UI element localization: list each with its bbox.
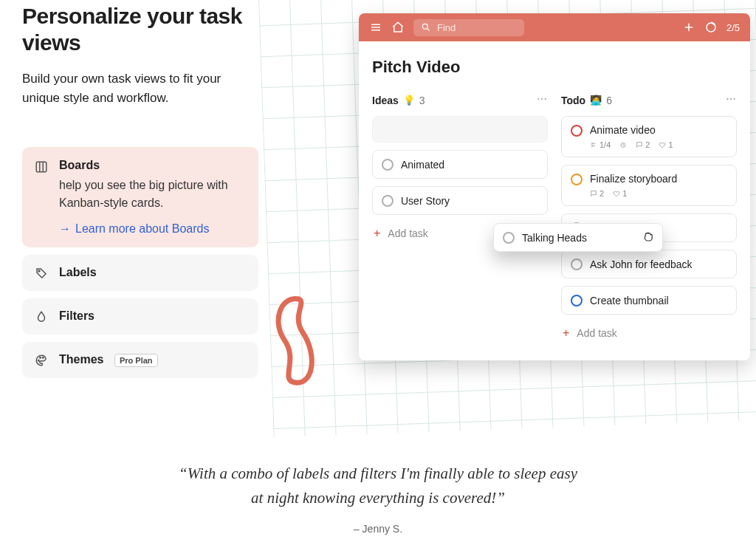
boards-icon (34, 160, 49, 174)
task-checkbox[interactable] (382, 159, 394, 171)
svg-point-18 (726, 98, 728, 100)
likes-badge: 1 (613, 189, 627, 198)
arrow-right-icon: → (59, 222, 71, 236)
learn-more-boards-label: Learn more about Boards (75, 222, 209, 236)
comments-badge: 2 (590, 189, 604, 198)
card-finalize-storyboard[interactable]: Finalize storyboard 2 1 (561, 165, 737, 206)
project-title: Pitch Video (372, 58, 737, 77)
feature-boards[interactable]: Boards help you see the big picture with… (22, 147, 258, 247)
testimonial-author: – Jenny S. (0, 523, 756, 535)
app-window: Find 2/5 Pitch Video Ideas 💡 3 (359, 13, 750, 360)
droplet-icon (34, 309, 49, 324)
pro-plan-badge: Pro Plan (114, 354, 158, 367)
svg-point-20 (734, 98, 735, 100)
plus-icon: + (563, 326, 569, 340)
feature-filters-name: Filters (59, 309, 94, 322)
search-placeholder: Find (437, 22, 456, 33)
feature-boards-name: Boards (59, 159, 245, 172)
task-checkbox[interactable] (571, 295, 583, 306)
svg-point-4 (38, 360, 40, 361)
svg-point-16 (541, 98, 543, 100)
card-animate-video[interactable]: Animate video 1/4 2 1 (561, 116, 737, 157)
svg-point-5 (40, 357, 41, 358)
column-todo-count: 6 (606, 95, 612, 106)
testimonial-quote: “With a combo of labels and filters I'm … (171, 462, 585, 511)
feature-themes[interactable]: Themes Pro Plan (22, 342, 258, 378)
card-title: Finalize storyboard (590, 173, 727, 185)
column-ideas-count: 3 (419, 95, 425, 106)
add-task-label: Add task (577, 327, 616, 339)
column-todo-name: Todo (561, 95, 585, 106)
dragging-card-talking-heads[interactable]: Talking Heads (493, 223, 663, 252)
svg-point-19 (730, 98, 732, 100)
comments-badge: 2 (636, 140, 650, 149)
palette-icon (34, 353, 49, 368)
plus-icon[interactable] (682, 21, 695, 34)
likes-badge: 1 (659, 140, 673, 149)
task-checkbox[interactable] (571, 174, 583, 185)
add-task-todo[interactable]: + Add task (561, 323, 737, 343)
progress-ring-icon[interactable] (704, 21, 718, 34)
card-create-thumbnail[interactable]: Create thumbnail (561, 286, 737, 315)
card-title: Create thumbnail (590, 295, 669, 306)
card-ask-john[interactable]: Ask John for feedback (561, 250, 737, 278)
column-todo-menu[interactable] (725, 93, 737, 107)
learn-more-boards-link[interactable]: → Learn more about Boards (59, 222, 209, 236)
search-field[interactable]: Find (413, 19, 524, 36)
headline: Personalize your task views (22, 3, 258, 56)
add-task-label: Add task (388, 227, 427, 239)
hamburger-icon[interactable] (369, 21, 382, 34)
card-title: Animate video (590, 124, 673, 136)
feature-filters[interactable]: Filters (22, 298, 258, 335)
task-checkbox[interactable] (571, 125, 583, 137)
search-icon (421, 22, 431, 32)
home-icon[interactable] (391, 21, 405, 34)
reminder-badge (619, 140, 627, 149)
task-checkbox[interactable] (382, 195, 394, 207)
column-ideas-menu[interactable] (536, 93, 548, 107)
card-title: Animated (401, 159, 444, 171)
grab-cursor-icon (642, 230, 655, 245)
svg-point-6 (43, 357, 44, 358)
lightbulb-icon: 💡 (403, 95, 415, 106)
column-todo: Todo 🧑‍💻 6 Animate video 1/4 (561, 93, 737, 343)
task-checkbox[interactable] (503, 232, 515, 244)
svg-line-11 (427, 29, 430, 31)
card-animated[interactable]: Animated (372, 150, 548, 179)
person-icon: 🧑‍💻 (590, 95, 602, 106)
progress-score: 2/5 (726, 22, 740, 33)
svg-rect-0 (36, 162, 47, 172)
paperclip-decoration (266, 288, 325, 391)
feature-labels-name: Labels (59, 266, 97, 278)
task-checkbox[interactable] (571, 258, 583, 270)
plus-icon: + (374, 227, 380, 240)
column-ideas: Ideas 💡 3 Animated User Story (372, 93, 548, 343)
feature-labels[interactable]: Labels (22, 255, 258, 291)
svg-point-15 (537, 98, 539, 100)
feature-themes-name: Themes (59, 353, 103, 366)
subtasks-badge: 1/4 (590, 140, 611, 149)
subheadline: Build your own task views to fit your un… (22, 69, 258, 109)
card-title: Ask John for feedback (590, 258, 693, 270)
svg-point-10 (422, 24, 427, 29)
card-user-story[interactable]: User Story (372, 186, 548, 215)
card-title: Talking Heads (522, 232, 587, 244)
card-placeholder (372, 116, 548, 143)
column-ideas-name: Ideas (372, 95, 399, 106)
svg-point-17 (545, 98, 546, 100)
svg-point-3 (38, 270, 40, 272)
card-title: User Story (401, 195, 450, 207)
feature-boards-desc: help you see the big picture with Kanban… (59, 177, 245, 212)
tag-icon (34, 266, 49, 281)
titlebar: Find 2/5 (359, 13, 750, 41)
